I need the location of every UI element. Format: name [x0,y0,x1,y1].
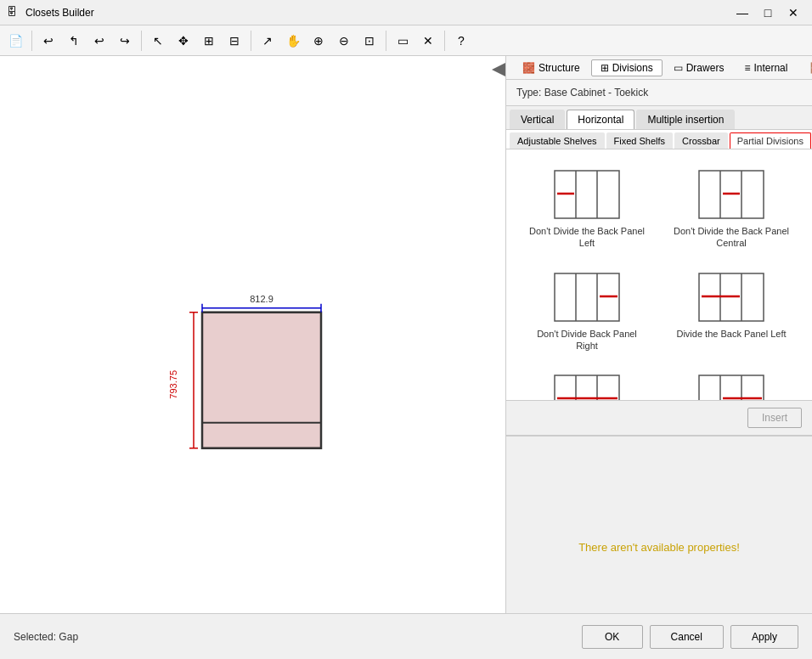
label-dont-divide-back-right: Don't Divide Back Panel Right [526,328,648,352]
title-bar: 🗄 Closets Builder — □ ✕ [0,0,812,25]
grid2-button[interactable]: ⊟ [223,29,246,53]
subtab-partial[interactable]: Partial Divisions [730,132,811,149]
icon-divide-back-left [697,272,765,323]
svg-rect-27 [555,375,619,399]
apply-button[interactable]: Apply [730,625,798,649]
nav-doors[interactable]: 🚪 Doors [798,59,812,76]
grid-item-dont-divide-back-right[interactable]: Don't Divide Back Panel Right [520,266,654,358]
label-divide-back-left: Divide the Back Panel Left [676,328,786,340]
no-properties-text: There aren't available properties! [578,541,740,554]
status-text: Selected: Gap [14,631,78,643]
tab-multiple-insertion[interactable]: Multiple insertion [636,110,735,129]
insert-button[interactable]: Insert [747,408,802,428]
grid-item-divide-back-left[interactable]: Divide the Back Panel Left [664,266,798,358]
help-button[interactable]: ? [449,29,473,53]
icon-dont-divide-back-central [697,169,765,220]
subtab-adjustable[interactable]: Adjustable Shelves [510,132,605,149]
bottom-bar: Selected: Gap OK Cancel Apply [0,613,812,659]
panel-type-label: Type: Base Cabinet - Toekick [506,80,812,106]
save-button[interactable]: ↰ [62,29,86,53]
content-area: 812.9 793.75 🧱 Structure [0,56,812,659]
fit-button[interactable]: ⊡ [358,29,381,53]
redo-button[interactable]: ↪ [113,29,137,53]
grid-item-divide-back-central[interactable]: Divide the Back Panel Central [520,368,654,399]
icon-dont-divide-back-right [553,272,621,323]
move-button[interactable]: ✥ [172,29,195,53]
canvas-area[interactable]: 812.9 793.75 [0,56,506,659]
nav-drawers[interactable]: ▭ Drawers [664,59,734,76]
panel-arrow [492,63,505,76]
divisions-icon: ⊞ [601,62,609,74]
subtab-fixed[interactable]: Fixed Shelfs [606,132,674,149]
toolbar: 📄 ↩ ↰ ↩ ↪ ↖ ✥ ⊞ ⊟ ↗ ✋ ⊕ ⊖ ⊡ ▭ ✕ ? [0,25,812,56]
svg-text:793.75: 793.75 [168,370,178,399]
zoom-out-button[interactable]: ⊖ [332,29,356,53]
undo2-button[interactable]: ↩ [87,29,111,53]
icon-dont-divide-back-left [553,169,621,220]
select-button[interactable]: ↖ [146,29,170,53]
insert-bar: Insert [506,400,812,435]
grid-item-divide-back-right[interactable]: Divide the Back Panel Right [664,368,798,399]
app-icon: 🗄 [7,6,20,20]
close-button[interactable]: ✕ [781,1,805,25]
internal-icon: ≡ [744,62,750,74]
cabinet-drawing: 812.9 793.75 [134,262,372,502]
app-title: Closets Builder [25,7,730,19]
tab-horizontal[interactable]: Horizontal [567,110,634,129]
right-panel: 🧱 Structure ⊞ Divisions ▭ Drawers ≡ Inte… [506,56,812,659]
zoom-in-button[interactable]: ⊕ [307,29,330,53]
delete-button[interactable]: ✕ [416,29,440,53]
grid-item-dont-divide-back-left[interactable]: Don't Divide the Back Panel Left [520,163,654,256]
sub-tabs: Adjustable Shelves Fixed Shelfs Crossbar… [506,130,812,149]
structure-icon: 🧱 [522,62,535,74]
undo-button[interactable]: ↩ [37,29,60,53]
cancel-button[interactable]: Cancel [650,625,724,649]
pointer-button[interactable]: ↗ [256,29,279,53]
tab-vertical[interactable]: Vertical [510,110,565,129]
nav-structure[interactable]: 🧱 Structure [513,59,589,76]
rect-button[interactable]: ▭ [391,29,414,53]
grid-button[interactable]: ⊞ [197,29,221,53]
grid-content: Don't Divide the Back Panel Left Don't D… [506,149,812,400]
label-dont-divide-back-left: Don't Divide the Back Panel Left [526,225,648,250]
doors-icon: 🚪 [808,62,812,74]
grid-item-dont-divide-back-central[interactable]: Don't Divide the Back Panel Central [664,163,798,256]
label-dont-divide-back-central: Don't Divide the Back Panel Central [670,225,792,250]
panel-tabs: Vertical Horizontal Multiple insertion [506,106,812,130]
ok-button[interactable]: OK [582,625,643,649]
icon-divide-back-central [553,374,621,399]
icon-divide-back-right [697,374,765,399]
new-button[interactable]: 📄 [3,29,27,53]
maximize-button[interactable]: □ [756,1,780,25]
svg-rect-31 [699,375,764,399]
subtab-crossbar[interactable]: Crossbar [674,132,728,149]
hand-button[interactable]: ✋ [281,29,305,53]
minimize-button[interactable]: — [730,1,754,25]
top-nav: 🧱 Structure ⊞ Divisions ▭ Drawers ≡ Inte… [506,56,812,80]
svg-rect-0 [202,313,321,448]
cabinet-svg: 812.9 793.75 [134,262,372,499]
nav-internal[interactable]: ≡ Internal [735,59,797,76]
nav-divisions[interactable]: ⊞ Divisions [591,59,663,76]
bottom-buttons: OK Cancel Apply [582,625,798,649]
drawers-icon: ▭ [674,62,683,74]
svg-text:812.9: 812.9 [250,294,273,304]
